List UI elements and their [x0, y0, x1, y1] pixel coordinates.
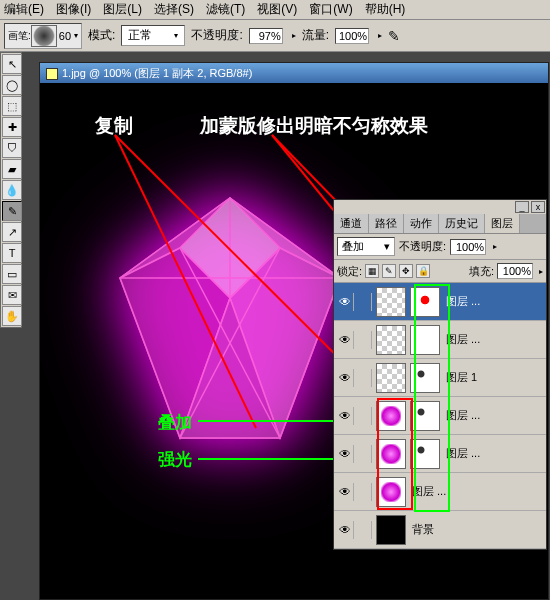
- flow-input[interactable]: [335, 28, 369, 44]
- layer-opacity-input[interactable]: [450, 239, 486, 255]
- link-column[interactable]: [356, 293, 372, 311]
- notes-tool[interactable]: ✉: [2, 285, 22, 305]
- lasso-tool[interactable]: ◯: [2, 75, 22, 95]
- lock-label: 锁定:: [337, 264, 362, 279]
- mode-value: 正常: [128, 27, 152, 44]
- link-column[interactable]: [356, 445, 372, 463]
- layer-thumbnail[interactable]: [376, 401, 406, 431]
- blend-mode-value: 叠加: [342, 239, 364, 254]
- brush-preset[interactable]: 画笔: 60 ▾: [4, 23, 82, 49]
- document-title: 1.jpg @ 100% (图层 1 副本 2, RGB/8#): [62, 66, 252, 81]
- shape-tool[interactable]: ▭: [2, 264, 22, 284]
- tab-action[interactable]: 动作: [404, 214, 439, 233]
- layer-row[interactable]: 👁图层 ...: [334, 283, 546, 321]
- path-tool[interactable]: ↗: [2, 222, 22, 242]
- layer-row[interactable]: 👁图层 ...: [334, 435, 546, 473]
- mask-thumbnail[interactable]: [410, 325, 440, 355]
- layer-name: 图层 ...: [412, 484, 446, 499]
- mask-thumbnail[interactable]: [410, 401, 440, 431]
- lock-position-icon[interactable]: ✥: [399, 264, 413, 278]
- opacity-input[interactable]: [249, 28, 283, 44]
- menu-view[interactable]: 视图(V): [257, 1, 297, 18]
- visibility-toggle-icon[interactable]: 👁: [336, 483, 354, 501]
- visibility-toggle-icon[interactable]: 👁: [336, 445, 354, 463]
- link-column[interactable]: [356, 483, 372, 501]
- layer-row[interactable]: 👁图层 ...: [334, 397, 546, 435]
- heal-tool[interactable]: ✚: [2, 117, 22, 137]
- hand-tool[interactable]: ✋: [2, 306, 22, 326]
- menu-layer[interactable]: 图层(L): [103, 1, 142, 18]
- tab-history[interactable]: 历史记: [439, 214, 485, 233]
- document-titlebar[interactable]: 1.jpg @ 100% (图层 1 副本 2, RGB/8#): [40, 63, 548, 84]
- fill-input[interactable]: [497, 263, 533, 279]
- tab-layer[interactable]: 图层: [485, 214, 520, 233]
- layer-row[interactable]: 👁背景: [334, 511, 546, 549]
- menu-edit[interactable]: 编辑(E): [4, 1, 44, 18]
- brush-tool[interactable]: ✎: [2, 201, 22, 221]
- lock-transparency-icon[interactable]: ▦: [365, 264, 379, 278]
- link-column[interactable]: [356, 407, 372, 425]
- link-column[interactable]: [356, 369, 372, 387]
- layer-row[interactable]: 👁图层 ...: [334, 321, 546, 359]
- mode-select[interactable]: 正常 ▾: [121, 25, 185, 46]
- chevron-down-icon: ▾: [74, 31, 78, 40]
- brush-size-value: 60: [59, 30, 71, 42]
- visibility-toggle-icon[interactable]: 👁: [336, 369, 354, 387]
- menu-bar: 编辑(E) 图像(I) 图层(L) 选择(S) 滤镜(T) 视图(V) 窗口(W…: [0, 0, 550, 20]
- blur-tool[interactable]: 💧: [2, 180, 22, 200]
- annotation-copy: 复制: [95, 113, 133, 139]
- visibility-toggle-icon[interactable]: 👁: [336, 331, 354, 349]
- fill-flyout-icon[interactable]: ▸: [539, 267, 543, 276]
- layer-name: 图层 ...: [446, 446, 480, 461]
- type-tool[interactable]: T: [2, 243, 22, 263]
- layer-name: 图层 ...: [446, 408, 480, 423]
- opacity-label: 不透明度:: [191, 27, 242, 44]
- layer-thumbnail[interactable]: [376, 439, 406, 469]
- chevron-down-icon: ▾: [174, 31, 178, 40]
- flow-flyout-icon[interactable]: ▸: [378, 31, 382, 40]
- opacity-flyout-icon[interactable]: ▸: [493, 242, 497, 251]
- visibility-toggle-icon[interactable]: 👁: [336, 521, 354, 539]
- layer-thumbnail[interactable]: [376, 287, 406, 317]
- minimize-icon[interactable]: _: [515, 201, 529, 213]
- document-icon: [46, 68, 58, 80]
- menu-select[interactable]: 选择(S): [154, 1, 194, 18]
- chevron-down-icon: ▾: [384, 240, 390, 253]
- panel-tabs: 通道 路径 动作 历史记 图层: [334, 214, 546, 234]
- menu-filter[interactable]: 滤镜(T): [206, 1, 245, 18]
- crop-tool[interactable]: ⬚: [2, 96, 22, 116]
- layer-thumbnail[interactable]: [376, 515, 406, 545]
- brush-thumb-icon: [31, 25, 57, 47]
- close-icon[interactable]: x: [531, 201, 545, 213]
- link-column[interactable]: [356, 331, 372, 349]
- mask-thumbnail[interactable]: [410, 287, 440, 317]
- layer-thumbnail[interactable]: [376, 477, 406, 507]
- blend-mode-select[interactable]: 叠加 ▾: [337, 237, 395, 256]
- stamp-tool[interactable]: ⛉: [2, 138, 22, 158]
- panel-titlebar[interactable]: _ x: [334, 200, 546, 214]
- eraser-tool[interactable]: ▰: [2, 159, 22, 179]
- layer-list: 👁图层 ...👁图层 ...👁图层 1👁图层 ...👁图层 ...👁图层 ...…: [334, 283, 546, 549]
- layer-row[interactable]: 👁图层 1: [334, 359, 546, 397]
- layer-thumbnail[interactable]: [376, 325, 406, 355]
- lock-paint-icon[interactable]: ✎: [382, 264, 396, 278]
- move-tool[interactable]: ↖: [2, 54, 22, 74]
- layer-thumbnail[interactable]: [376, 363, 406, 393]
- visibility-toggle-icon[interactable]: 👁: [336, 293, 354, 311]
- mask-thumbnail[interactable]: [410, 363, 440, 393]
- mask-thumbnail[interactable]: [410, 439, 440, 469]
- menu-window[interactable]: 窗口(W): [309, 1, 352, 18]
- layers-panel: _ x 通道 路径 动作 历史记 图层 叠加 ▾ 不透明度: ▸ 锁定: ▦ ✎…: [333, 199, 547, 550]
- layer-row[interactable]: 👁图层 ...: [334, 473, 546, 511]
- layer-name: 图层 ...: [446, 332, 480, 347]
- tab-path[interactable]: 路径: [369, 214, 404, 233]
- menu-image[interactable]: 图像(I): [56, 1, 91, 18]
- visibility-toggle-icon[interactable]: 👁: [336, 407, 354, 425]
- opacity-flyout-icon[interactable]: ▸: [292, 31, 296, 40]
- airbrush-icon[interactable]: ✎: [388, 28, 400, 44]
- menu-help[interactable]: 帮助(H): [365, 1, 406, 18]
- tab-channel[interactable]: 通道: [334, 214, 369, 233]
- annotation-mask: 加蒙版修出明暗不匀称效果: [200, 113, 428, 139]
- link-column[interactable]: [356, 521, 372, 539]
- lock-all-icon[interactable]: 🔒: [416, 264, 430, 278]
